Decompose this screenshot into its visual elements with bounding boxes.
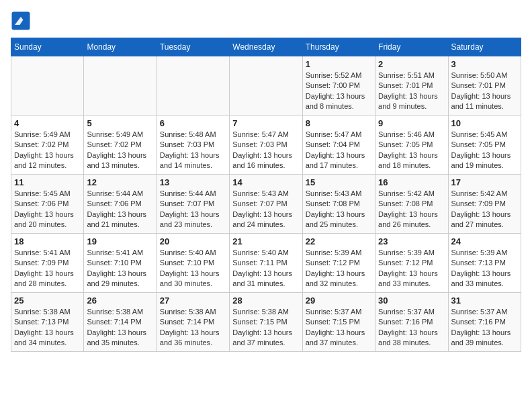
calendar-cell: 25Sunrise: 5:38 AMSunset: 7:13 PMDayligh… bbox=[11, 293, 84, 352]
day-number: 3 bbox=[451, 59, 518, 69]
day-info: Sunrise: 5:41 AMSunset: 7:09 PMDaylight:… bbox=[14, 248, 81, 289]
day-number: 9 bbox=[378, 118, 445, 128]
calendar-cell bbox=[157, 56, 229, 116]
day-info: Sunrise: 5:44 AMSunset: 7:06 PMDaylight:… bbox=[87, 189, 153, 230]
day-number: 14 bbox=[232, 177, 299, 187]
calendar-cell: 13Sunrise: 5:44 AMSunset: 7:07 PMDayligh… bbox=[157, 175, 229, 234]
day-number: 29 bbox=[306, 295, 372, 306]
day-info: Sunrise: 5:39 AMSunset: 7:12 PMDaylight:… bbox=[306, 248, 372, 289]
day-number: 22 bbox=[306, 236, 372, 246]
calendar-cell: 1Sunrise: 5:52 AMSunset: 7:00 PMDaylight… bbox=[302, 56, 375, 116]
day-number: 23 bbox=[378, 236, 445, 246]
day-info: Sunrise: 5:43 AMSunset: 7:07 PMDaylight:… bbox=[232, 189, 299, 230]
calendar-cell: 11Sunrise: 5:45 AMSunset: 7:06 PMDayligh… bbox=[11, 175, 84, 234]
calendar-cell bbox=[11, 56, 84, 116]
day-info: Sunrise: 5:38 AMSunset: 7:14 PMDaylight:… bbox=[87, 307, 153, 349]
day-info: Sunrise: 5:42 AMSunset: 7:08 PMDaylight:… bbox=[378, 189, 445, 230]
weekday-header-wednesday: Wednesday bbox=[230, 38, 302, 56]
day-number: 7 bbox=[232, 118, 299, 128]
day-info: Sunrise: 5:47 AMSunset: 7:03 PMDaylight:… bbox=[232, 130, 299, 171]
calendar-cell: 5Sunrise: 5:49 AMSunset: 7:02 PMDaylight… bbox=[84, 116, 157, 175]
day-info: Sunrise: 5:38 AMSunset: 7:14 PMDaylight:… bbox=[160, 307, 226, 349]
calendar-cell: 28Sunrise: 5:38 AMSunset: 7:15 PMDayligh… bbox=[230, 293, 302, 352]
calendar-week-3: 11Sunrise: 5:45 AMSunset: 7:06 PMDayligh… bbox=[11, 175, 521, 234]
day-info: Sunrise: 5:39 AMSunset: 7:12 PMDaylight:… bbox=[378, 248, 445, 289]
calendar-week-5: 25Sunrise: 5:38 AMSunset: 7:13 PMDayligh… bbox=[11, 293, 521, 352]
day-number: 11 bbox=[14, 177, 81, 187]
day-number: 27 bbox=[160, 295, 226, 306]
calendar-cell: 12Sunrise: 5:44 AMSunset: 7:06 PMDayligh… bbox=[84, 175, 157, 234]
logo bbox=[11, 11, 34, 31]
weekday-header-friday: Friday bbox=[375, 38, 448, 56]
day-info: Sunrise: 5:44 AMSunset: 7:07 PMDaylight:… bbox=[160, 189, 226, 230]
day-number: 4 bbox=[14, 118, 81, 128]
day-info: Sunrise: 5:51 AMSunset: 7:01 PMDaylight:… bbox=[378, 71, 445, 112]
calendar-cell bbox=[230, 56, 302, 116]
day-number: 20 bbox=[160, 236, 226, 246]
day-info: Sunrise: 5:47 AMSunset: 7:04 PMDaylight:… bbox=[306, 130, 372, 171]
calendar-body: 1Sunrise: 5:52 AMSunset: 7:00 PMDaylight… bbox=[11, 56, 521, 352]
day-info: Sunrise: 5:43 AMSunset: 7:08 PMDaylight:… bbox=[306, 189, 372, 230]
day-number: 18 bbox=[14, 236, 81, 246]
calendar-cell: 26Sunrise: 5:38 AMSunset: 7:14 PMDayligh… bbox=[84, 293, 157, 352]
day-number: 10 bbox=[451, 118, 518, 128]
calendar-cell: 7Sunrise: 5:47 AMSunset: 7:03 PMDaylight… bbox=[230, 116, 302, 175]
day-info: Sunrise: 5:38 AMSunset: 7:15 PMDaylight:… bbox=[232, 307, 299, 349]
day-info: Sunrise: 5:48 AMSunset: 7:03 PMDaylight:… bbox=[160, 130, 226, 171]
calendar-cell: 10Sunrise: 5:45 AMSunset: 7:05 PMDayligh… bbox=[448, 116, 521, 175]
day-number: 16 bbox=[378, 177, 445, 187]
day-number: 28 bbox=[232, 295, 299, 306]
calendar-cell bbox=[84, 56, 157, 116]
calendar-cell: 20Sunrise: 5:40 AMSunset: 7:10 PMDayligh… bbox=[157, 234, 229, 293]
weekday-header-saturday: Saturday bbox=[448, 38, 521, 56]
day-info: Sunrise: 5:37 AMSunset: 7:16 PMDaylight:… bbox=[451, 307, 518, 349]
day-info: Sunrise: 5:46 AMSunset: 7:05 PMDaylight:… bbox=[378, 130, 445, 171]
day-info: Sunrise: 5:37 AMSunset: 7:16 PMDaylight:… bbox=[378, 307, 445, 349]
calendar-cell: 27Sunrise: 5:38 AMSunset: 7:14 PMDayligh… bbox=[157, 293, 229, 352]
day-number: 6 bbox=[160, 118, 226, 128]
calendar-cell: 17Sunrise: 5:42 AMSunset: 7:09 PMDayligh… bbox=[448, 175, 521, 234]
day-number: 19 bbox=[87, 236, 153, 246]
calendar-cell: 21Sunrise: 5:40 AMSunset: 7:11 PMDayligh… bbox=[230, 234, 302, 293]
day-info: Sunrise: 5:50 AMSunset: 7:01 PMDaylight:… bbox=[451, 71, 518, 112]
calendar-cell: 23Sunrise: 5:39 AMSunset: 7:12 PMDayligh… bbox=[375, 234, 448, 293]
day-info: Sunrise: 5:49 AMSunset: 7:02 PMDaylight:… bbox=[14, 130, 81, 171]
day-info: Sunrise: 5:45 AMSunset: 7:06 PMDaylight:… bbox=[14, 189, 81, 230]
day-number: 15 bbox=[306, 177, 372, 187]
calendar-cell: 18Sunrise: 5:41 AMSunset: 7:09 PMDayligh… bbox=[11, 234, 84, 293]
weekday-header-monday: Monday bbox=[84, 38, 157, 56]
calendar-cell: 16Sunrise: 5:42 AMSunset: 7:08 PMDayligh… bbox=[375, 175, 448, 234]
day-number: 12 bbox=[87, 177, 153, 187]
page-header bbox=[11, 11, 521, 31]
calendar-week-2: 4Sunrise: 5:49 AMSunset: 7:02 PMDaylight… bbox=[11, 116, 521, 175]
day-number: 25 bbox=[14, 295, 81, 306]
weekday-header-thursday: Thursday bbox=[302, 38, 375, 56]
day-number: 30 bbox=[378, 295, 445, 306]
day-number: 5 bbox=[87, 118, 153, 128]
day-info: Sunrise: 5:38 AMSunset: 7:13 PMDaylight:… bbox=[14, 307, 81, 349]
day-info: Sunrise: 5:42 AMSunset: 7:09 PMDaylight:… bbox=[451, 189, 518, 230]
calendar-week-1: 1Sunrise: 5:52 AMSunset: 7:00 PMDaylight… bbox=[11, 56, 521, 116]
day-number: 8 bbox=[306, 118, 372, 128]
day-number: 21 bbox=[232, 236, 299, 246]
calendar-cell: 4Sunrise: 5:49 AMSunset: 7:02 PMDaylight… bbox=[11, 116, 84, 175]
calendar-cell: 29Sunrise: 5:37 AMSunset: 7:15 PMDayligh… bbox=[302, 293, 375, 352]
calendar-cell: 2Sunrise: 5:51 AMSunset: 7:01 PMDaylight… bbox=[375, 56, 448, 116]
day-number: 24 bbox=[451, 236, 518, 246]
day-number: 26 bbox=[87, 295, 153, 306]
calendar-cell: 3Sunrise: 5:50 AMSunset: 7:01 PMDaylight… bbox=[448, 56, 521, 116]
day-info: Sunrise: 5:52 AMSunset: 7:00 PMDaylight:… bbox=[306, 71, 372, 112]
day-number: 13 bbox=[160, 177, 226, 187]
day-info: Sunrise: 5:41 AMSunset: 7:10 PMDaylight:… bbox=[87, 248, 153, 289]
day-number: 2 bbox=[378, 59, 445, 69]
calendar-cell: 30Sunrise: 5:37 AMSunset: 7:16 PMDayligh… bbox=[375, 293, 448, 352]
calendar-cell: 8Sunrise: 5:47 AMSunset: 7:04 PMDaylight… bbox=[302, 116, 375, 175]
day-number: 31 bbox=[451, 295, 518, 306]
weekday-header-tuesday: Tuesday bbox=[157, 38, 229, 56]
calendar-cell: 19Sunrise: 5:41 AMSunset: 7:10 PMDayligh… bbox=[84, 234, 157, 293]
calendar-cell: 31Sunrise: 5:37 AMSunset: 7:16 PMDayligh… bbox=[448, 293, 521, 352]
calendar-cell: 14Sunrise: 5:43 AMSunset: 7:07 PMDayligh… bbox=[230, 175, 302, 234]
day-number: 1 bbox=[306, 59, 372, 69]
day-info: Sunrise: 5:45 AMSunset: 7:05 PMDaylight:… bbox=[451, 130, 518, 171]
logo-icon bbox=[11, 11, 31, 31]
